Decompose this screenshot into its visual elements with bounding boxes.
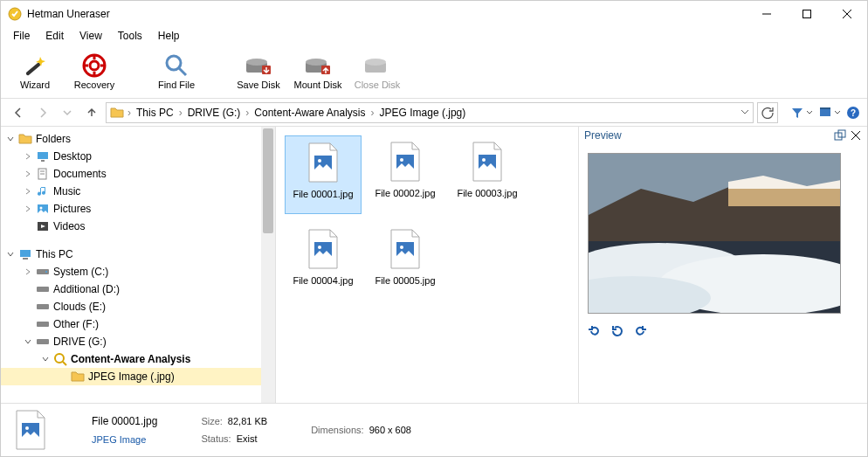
file-name: File 00004.jpg [293, 275, 353, 286]
wizard-button[interactable]: Wizard [8, 47, 62, 96]
rotate-reset-button[interactable] [610, 324, 624, 338]
drive-icon [36, 265, 50, 279]
svg-point-60 [25, 426, 29, 430]
svg-line-39 [63, 362, 66, 365]
find-file-button[interactable]: Find File [149, 47, 203, 96]
tree-item-jpeg-image[interactable]: JPEG Image (.jpg) [1, 368, 275, 385]
save-disk-button[interactable]: Save Disk [231, 47, 286, 96]
tree-item-drive-g[interactable]: DRIVE (G:) [1, 333, 275, 350]
collapse-icon[interactable] [22, 336, 34, 348]
preview-image [588, 153, 841, 314]
status-size-value: 82,81 KB [228, 416, 267, 426]
tree-item-music[interactable]: Music [1, 183, 275, 200]
tree-item-pictures[interactable]: Pictures [1, 200, 275, 218]
videos-icon [36, 219, 50, 233]
svg-rect-35 [37, 304, 49, 309]
menu-file[interactable]: File [6, 28, 37, 44]
help-button[interactable]: ? [846, 106, 860, 120]
expand-icon[interactable] [22, 185, 34, 197]
svg-rect-37 [37, 339, 49, 344]
address-dropdown[interactable] [741, 107, 749, 119]
nav-up-button[interactable] [81, 102, 102, 123]
tree-scrollbar[interactable] [261, 127, 275, 403]
collapse-icon[interactable] [39, 353, 52, 365]
nav-history-dropdown[interactable] [57, 102, 78, 123]
file-item[interactable]: File 00005.jpg [367, 223, 444, 301]
close-disk-label: Close Disk [355, 80, 401, 90]
collapse-icon[interactable] [4, 133, 17, 145]
rotate-left-button[interactable] [588, 324, 602, 338]
svg-rect-18 [820, 109, 830, 116]
jpeg-file-icon [306, 228, 341, 270]
documents-icon [36, 167, 50, 181]
tree-item-content-aware-analysis[interactable]: Content-Aware Analysis [1, 350, 275, 368]
filter-button[interactable] [790, 106, 813, 120]
nav-forward-button [32, 102, 53, 123]
tree-item-videos[interactable]: Videos [1, 218, 275, 235]
breadcrumb-jpeg[interactable]: JPEG Image (.jpg) [376, 107, 470, 119]
expand-icon[interactable] [22, 266, 34, 278]
svg-rect-34 [37, 287, 49, 292]
close-button[interactable] [827, 1, 867, 27]
expand-icon[interactable] [22, 150, 34, 163]
breadcrumb-thispc[interactable]: This PC [133, 107, 177, 119]
disk-mount-icon [304, 53, 332, 78]
tree-item-additional-d[interactable]: Additional (D:) [1, 280, 275, 298]
jpeg-file-icon [13, 409, 48, 451]
folder-tree: Folders Desktop Documents Music Pictures [1, 127, 276, 403]
folder-icon [71, 370, 85, 384]
rotate-right-button[interactable] [633, 324, 647, 338]
svg-rect-19 [820, 107, 830, 109]
file-item[interactable]: File 00003.jpg [449, 135, 526, 214]
recovery-button[interactable]: Recovery [67, 47, 121, 96]
address-bar[interactable]: › This PC › DRIVE (G:) › Content-Aware A… [106, 102, 754, 123]
expand-icon[interactable] [22, 203, 34, 215]
svg-point-28 [40, 207, 43, 210]
menu-tools[interactable]: Tools [111, 28, 149, 44]
tree-item-desktop[interactable]: Desktop [1, 148, 275, 165]
menu-edit[interactable]: Edit [38, 28, 71, 44]
folder-icon [18, 132, 32, 146]
minimize-button[interactable] [747, 1, 787, 27]
file-item[interactable]: File 00004.jpg [285, 223, 362, 301]
preview-close-button[interactable] [850, 129, 862, 142]
file-item[interactable]: File 00002.jpg [367, 135, 444, 214]
file-name: File 00005.jpg [375, 275, 435, 286]
svg-point-14 [306, 59, 327, 66]
status-dimensions-label: Dimensions: [311, 425, 364, 435]
file-item[interactable]: File 00001.jpg [285, 135, 362, 214]
folder-icon [110, 106, 124, 120]
tree-item-system-c[interactable]: System (C:) [1, 263, 275, 280]
mount-disk-button[interactable]: Mount Disk [291, 47, 345, 96]
jpeg-file-icon [470, 141, 505, 183]
tree-root-thispc[interactable]: This PC [1, 246, 275, 263]
svg-point-47 [318, 246, 321, 249]
svg-rect-31 [23, 258, 28, 260]
breadcrumb-drive[interactable]: DRIVE (G:) [184, 107, 245, 119]
menu-view[interactable]: View [72, 28, 109, 44]
breadcrumb-caa[interactable]: Content-Aware Analysis [251, 107, 369, 119]
jpeg-file-icon [388, 228, 423, 270]
expand-icon[interactable] [22, 168, 34, 180]
magnifier-icon [162, 53, 190, 78]
tree-item-clouds-e[interactable]: Clouds (E:) [1, 298, 275, 315]
mount-disk-label: Mount Disk [293, 80, 341, 90]
preview-title: Preview [584, 129, 622, 142]
tree-item-documents[interactable]: Documents [1, 165, 275, 183]
menu-help[interactable]: Help [151, 28, 187, 44]
drive-icon [36, 335, 50, 349]
refresh-button[interactable] [757, 102, 778, 123]
music-icon [36, 184, 50, 198]
nav-back-button[interactable] [8, 102, 29, 123]
window-title: Hetman Uneraser [27, 8, 747, 20]
chevron-right-icon: › [245, 107, 249, 119]
collapse-icon[interactable] [4, 248, 17, 260]
svg-line-9 [179, 68, 186, 75]
tree-item-other-f[interactable]: Other (F:) [1, 315, 275, 333]
svg-point-43 [400, 158, 403, 162]
view-options-button[interactable] [818, 106, 841, 120]
toolbar: Wizard Recovery Find File Save Disk Moun… [1, 45, 867, 99]
maximize-button[interactable] [787, 1, 827, 27]
preview-popout-button[interactable] [834, 129, 846, 142]
tree-root-folders[interactable]: Folders [1, 130, 275, 148]
